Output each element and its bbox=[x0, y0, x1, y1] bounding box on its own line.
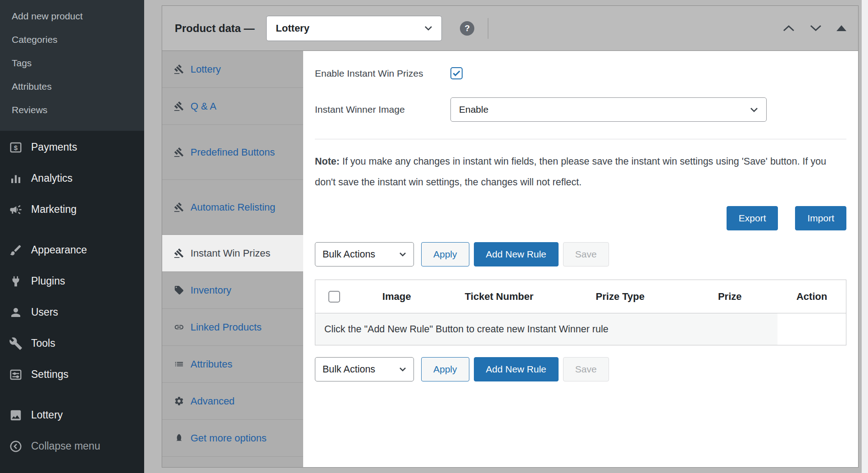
check-icon bbox=[453, 70, 460, 76]
brush-icon bbox=[9, 243, 23, 257]
sidebar-item-collapse-menu[interactable]: Collapse menu bbox=[0, 431, 144, 462]
tab-label: Inventory bbox=[191, 283, 232, 298]
user-icon bbox=[9, 306, 23, 319]
tab-label: Advanced bbox=[191, 394, 235, 409]
product-data-title: Product data — bbox=[175, 22, 254, 35]
tab-predefined-buttons[interactable]: Predefined Buttons bbox=[162, 125, 303, 180]
tab-label: Q & A bbox=[191, 99, 216, 114]
menu-label: Users bbox=[31, 306, 58, 318]
image-icon bbox=[9, 409, 23, 422]
sidebar-item-appearance[interactable]: Appearance bbox=[0, 234, 144, 266]
chevron-down-icon bbox=[399, 252, 406, 257]
admin-menu: $ Payments Analytics Marketing bbox=[0, 131, 144, 462]
header-divider bbox=[488, 18, 488, 39]
move-up-icon[interactable] bbox=[782, 24, 795, 32]
sidebar-item-attributes[interactable]: Attributes bbox=[0, 75, 144, 98]
menu-label: Collapse menu bbox=[31, 440, 100, 452]
empty-action-cell bbox=[777, 313, 846, 345]
tab-inventory[interactable]: Inventory bbox=[162, 272, 303, 309]
gavel-icon bbox=[174, 248, 184, 258]
instant-winner-image-label: Instant Winner Image bbox=[315, 104, 450, 115]
menu-label: Tools bbox=[31, 337, 55, 349]
tag-icon bbox=[174, 285, 184, 295]
column-header-prize-type: Prize Type bbox=[559, 280, 682, 313]
product-data-header: Product data — Lottery ? bbox=[162, 6, 858, 51]
menu-label: Marketing bbox=[31, 203, 77, 216]
sidebar-item-users[interactable]: Users bbox=[0, 297, 144, 328]
sidebar-item-categories[interactable]: Categories bbox=[0, 28, 144, 51]
products-submenu: Add new product Categories Tags Attribut… bbox=[0, 0, 144, 131]
add-new-rule-button-bottom[interactable]: Add New Rule bbox=[474, 357, 559, 381]
product-type-select[interactable]: Lottery bbox=[266, 16, 442, 41]
admin-sidebar: Add new product Categories Tags Attribut… bbox=[0, 0, 144, 473]
sidebar-item-plugins[interactable]: Plugins bbox=[0, 266, 144, 297]
menu-label: Appearance bbox=[31, 244, 87, 256]
toggle-panel-icon[interactable] bbox=[836, 25, 846, 31]
tab-lottery[interactable]: Lottery bbox=[162, 51, 303, 88]
rocket-icon bbox=[174, 433, 184, 443]
sidebar-item-lottery[interactable]: Lottery bbox=[0, 400, 144, 431]
product-data-postbox: Product data — Lottery ? bbox=[162, 5, 859, 468]
bulk-actions-select-bottom[interactable]: Bulk Actions bbox=[315, 357, 414, 381]
postbox-controls bbox=[782, 24, 846, 32]
apply-button-bottom[interactable]: Apply bbox=[421, 357, 469, 381]
sidebar-item-analytics[interactable]: Analytics bbox=[0, 163, 144, 194]
tab-label: Automatic Relisting bbox=[191, 200, 275, 215]
enable-instant-win-checkbox[interactable] bbox=[450, 67, 463, 79]
tab-linked-products[interactable]: Linked Products bbox=[162, 309, 303, 346]
bulk-actions-select[interactable]: Bulk Actions bbox=[315, 242, 414, 266]
chevron-down-icon bbox=[399, 367, 406, 372]
tab-get-more-options[interactable]: Get more options bbox=[162, 420, 303, 457]
sidebar-item-add-new-product[interactable]: Add new product bbox=[0, 5, 144, 28]
sidebar-item-marketing[interactable]: Marketing bbox=[0, 194, 144, 225]
column-header-ticket-number: Ticket Number bbox=[440, 280, 558, 313]
column-header-action: Action bbox=[777, 280, 846, 313]
apply-button[interactable]: Apply bbox=[421, 242, 469, 266]
select-all-checkbox[interactable] bbox=[328, 291, 340, 303]
import-button[interactable]: Import bbox=[795, 206, 846, 230]
save-button-bottom[interactable]: Save bbox=[563, 357, 609, 381]
megaphone-icon bbox=[9, 203, 23, 216]
bulk-actions-value: Bulk Actions bbox=[323, 364, 375, 375]
product-data-body: Lottery Q & A Predefined Buttons Automat… bbox=[162, 51, 858, 467]
enable-instant-win-label: Enable Instant Win Prizes bbox=[315, 68, 450, 79]
page-scrollbar[interactable] bbox=[862, 0, 868, 473]
column-header-image: Image bbox=[354, 280, 440, 313]
enable-instant-win-row: Enable Instant Win Prizes bbox=[315, 67, 846, 79]
sidebar-item-settings[interactable]: Settings bbox=[0, 359, 144, 390]
menu-label: Plugins bbox=[31, 275, 65, 287]
bar-chart-icon bbox=[9, 172, 23, 185]
help-icon[interactable]: ? bbox=[460, 21, 474, 36]
rules-toolbar-top: Bulk Actions Apply Add New Rule Save bbox=[315, 242, 846, 266]
link-icon bbox=[174, 322, 184, 332]
tab-automatic-relisting[interactable]: Automatic Relisting bbox=[162, 180, 303, 235]
save-button[interactable]: Save bbox=[563, 242, 609, 266]
menu-label: Payments bbox=[31, 141, 77, 153]
menu-label: Analytics bbox=[31, 172, 73, 184]
gear-icon bbox=[174, 396, 184, 406]
sidebar-item-tags[interactable]: Tags bbox=[0, 51, 144, 75]
sidebar-item-tools[interactable]: Tools bbox=[0, 328, 144, 359]
product-data-tabs: Lottery Q & A Predefined Buttons Automat… bbox=[162, 51, 303, 467]
instant-win-prizes-panel: Enable Instant Win Prizes Instant Winner… bbox=[303, 51, 858, 467]
tab-label: Predefined Buttons bbox=[191, 145, 275, 160]
tab-label: Instant Win Prizes bbox=[191, 246, 270, 261]
instant-winner-image-value: Enable bbox=[459, 104, 488, 115]
tab-advanced[interactable]: Advanced bbox=[162, 383, 303, 420]
tab-attributes[interactable]: Attributes bbox=[162, 346, 303, 383]
sidebar-item-payments[interactable]: $ Payments bbox=[0, 132, 144, 163]
collapse-icon bbox=[9, 440, 23, 453]
tab-q-and-a[interactable]: Q & A bbox=[162, 88, 303, 125]
move-down-icon[interactable] bbox=[809, 24, 822, 32]
export-button[interactable]: Export bbox=[727, 206, 778, 230]
tab-label: Linked Products bbox=[191, 320, 262, 335]
tab-instant-win-prizes[interactable]: Instant Win Prizes bbox=[162, 235, 303, 272]
tab-label: Attributes bbox=[191, 357, 232, 372]
gavel-icon bbox=[174, 64, 184, 74]
plug-icon bbox=[9, 275, 23, 288]
add-new-rule-button[interactable]: Add New Rule bbox=[474, 242, 559, 266]
instant-win-note: Note: If you make any changes in instant… bbox=[315, 151, 837, 193]
sidebar-item-reviews[interactable]: Reviews bbox=[0, 98, 144, 122]
note-prefix: Note: bbox=[315, 156, 340, 167]
instant-winner-image-select[interactable]: Enable bbox=[450, 97, 767, 122]
